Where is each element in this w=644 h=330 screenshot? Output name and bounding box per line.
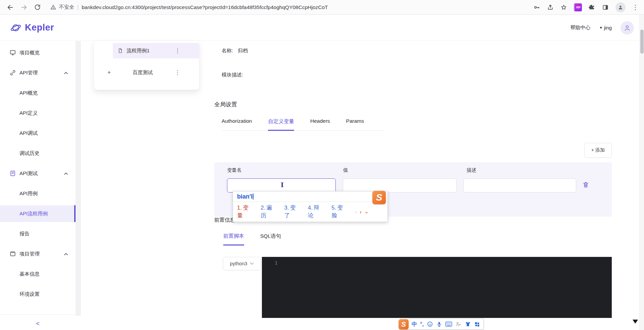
page-scrollbar-thumb[interactable] [640,30,644,54]
tab-params[interactable]: Params [346,118,364,131]
ime-next-page-icon[interactable]: › [360,209,361,215]
ime-candidate-4[interactable]: 4.辩论 [308,204,324,219]
tree-item-baidu-test[interactable]: + 百度测试 ⋮ [94,65,199,80]
rp-extension-icon[interactable]: RP [574,3,582,11]
sidebar-collapse-button[interactable]: < [36,320,40,327]
ime-chinese-mode[interactable]: 中 [412,322,417,327]
project-board-icon [9,251,16,257]
ime-candidate-5[interactable]: 5.变脸 [331,204,348,219]
sidebar: 项目概览 API管理 API概览 API定义 API调试 调试历史 A [0,41,76,330]
user-caret-icon: ▼ [599,26,603,30]
soft-keyboard-icon[interactable] [445,321,452,328]
sidebar-item-api-test[interactable]: API测试 [0,165,76,182]
tab-sql[interactable]: SQL语句 [260,233,281,245]
tab-authorization[interactable]: Authorization [222,118,252,131]
tree-item-label: 百度测试 [133,69,153,76]
not-secure-warning-icon [50,4,56,10]
skin-shirt-icon[interactable] [465,321,471,328]
pre-info-tabs: 前置脚本 SQL语句 [223,233,301,245]
column-description: 描述 [467,167,476,173]
sidebar-item-debug-history[interactable]: 调试历史 [0,145,76,162]
brand[interactable]: Kepler [10,22,54,34]
ime-candidate-2[interactable]: 2.遍历 [261,204,277,219]
ime-punctuation-mode[interactable]: °, [420,322,424,327]
name-value: 归档 [238,48,248,54]
tab-pre-script[interactable]: 前置脚本 [223,233,244,245]
sidebar-item-api-process-case[interactable]: API流程用例 [0,205,76,222]
name-label: 名称: [222,48,233,54]
variable-desc-input[interactable] [463,178,576,192]
pre-info-title: 前置信息 [214,217,235,224]
tree-item-process-case-1[interactable]: 流程用例1 ⋮ [113,43,199,58]
browser-refresh-icon[interactable] [32,2,42,12]
global-settings-title: 全局设置 [214,101,237,108]
sidebar-item-project-management[interactable]: 项目管理 [0,245,76,262]
sogou-logo: S [372,191,386,204]
security-label: 不安全 [59,4,74,10]
ime-caret [253,194,254,200]
browser-forward-icon[interactable] [19,2,29,12]
browser-back-icon[interactable] [5,2,15,12]
sidebar-item-api-overview[interactable]: API概览 [0,85,76,101]
side-panel-icon[interactable] [602,4,609,11]
add-variable-button[interactable]: + 添加 [584,143,612,158]
ime-expand-icon[interactable]: ⌄ [364,209,369,215]
skin-tools-icon[interactable] [455,321,462,328]
delete-row-icon[interactable] [582,181,589,188]
sidebar-item-api-case[interactable]: API用例 [0,185,76,202]
sidebar-item-basic-info[interactable]: 基本信息 [0,266,76,282]
sidebar-footer: < [0,314,76,327]
extensions-puzzle-icon[interactable] [589,4,595,11]
app-header: Kepler 帮助中心 ▼ jing [0,15,644,41]
user-menu[interactable]: ▼ jing [599,25,612,31]
sidebar-item-api-debug[interactable]: API调试 [0,125,76,142]
sidebar-item-api-management[interactable]: API管理 [0,64,76,81]
variable-name-input[interactable] [227,178,336,192]
tree-item-label: 流程用例1 [127,48,149,54]
ime-toolbar: S 中 °, [400,319,484,330]
tab-custom-variables[interactable]: 自定义变量 [268,118,294,131]
code-editor[interactable]: 1 [262,257,612,318]
voice-input-icon[interactable] [436,321,442,328]
browser-profile-avatar[interactable] [615,2,626,12]
chevron-down-icon [250,262,254,265]
column-variable-name: 变量名 [227,167,242,173]
ime-candidate-3[interactable]: 3.变了 [284,204,301,219]
password-key-icon[interactable] [534,4,540,11]
api-link-icon [9,69,16,76]
sidebar-item-env-settings[interactable]: 环境设置 [0,286,76,302]
case-tree-card: 流程用例1 ⋮ + 百度测试 ⋮ [94,41,199,90]
more-menu-icon[interactable]: ⋮ [175,47,180,54]
sidebar-item-project-overview[interactable]: 项目概览 [0,44,76,61]
help-center-link[interactable]: 帮助中心 [570,24,591,31]
sidebar-scrollbar[interactable] [76,41,81,316]
user-avatar[interactable] [620,21,634,35]
main-content: 名称: 归档 模块描述: 全局设置 Authorization 自定义变量 He… [214,41,612,330]
mouse-cursor [633,320,638,324]
url-text[interactable]: bankdev.cloud2go.cn:4300/project/test/pr… [82,4,328,10]
ime-candidate-popup: bian'l 1.变量 2.遍历 3.变了 4.辩论 5.变脸 ‹ › ⌄ S [233,191,388,222]
variable-value-input[interactable] [343,178,457,192]
bookmark-star-icon[interactable] [560,4,567,11]
share-icon[interactable] [547,4,554,11]
sidebar-item-api-definition[interactable]: API定义 [0,105,76,121]
sidebar-item-report[interactable]: 报告 [0,225,76,242]
browser-bar: 不安全 | bankdev.cloud2go.cn:4300/project/t… [0,0,644,15]
toolbox-grid-icon[interactable] [474,321,480,328]
ime-prev-page-icon[interactable]: ‹ [355,209,357,215]
language-value: python3 [230,261,247,266]
global-settings-tabs: Authorization 自定义变量 Headers Params [222,118,384,131]
browser-menu-icon[interactable]: ⋮ [632,4,639,10]
language-select[interactable]: python3 [223,257,261,270]
address-bar[interactable]: 不安全 | bankdev.cloud2go.cn:4300/project/t… [50,4,524,10]
tab-headers[interactable]: Headers [310,118,330,131]
sogou-logo[interactable]: S [399,319,409,329]
emoji-icon[interactable] [427,321,433,328]
ime-candidate-1[interactable]: 1.变量 [237,204,254,219]
expand-plus-icon[interactable]: + [107,69,111,76]
username: jing [604,25,612,31]
page-scrollbar[interactable] [639,15,644,330]
chevron-up-icon [64,253,68,256]
more-menu-icon[interactable]: ⋮ [175,69,180,76]
brand-name: Kepler [25,22,54,33]
